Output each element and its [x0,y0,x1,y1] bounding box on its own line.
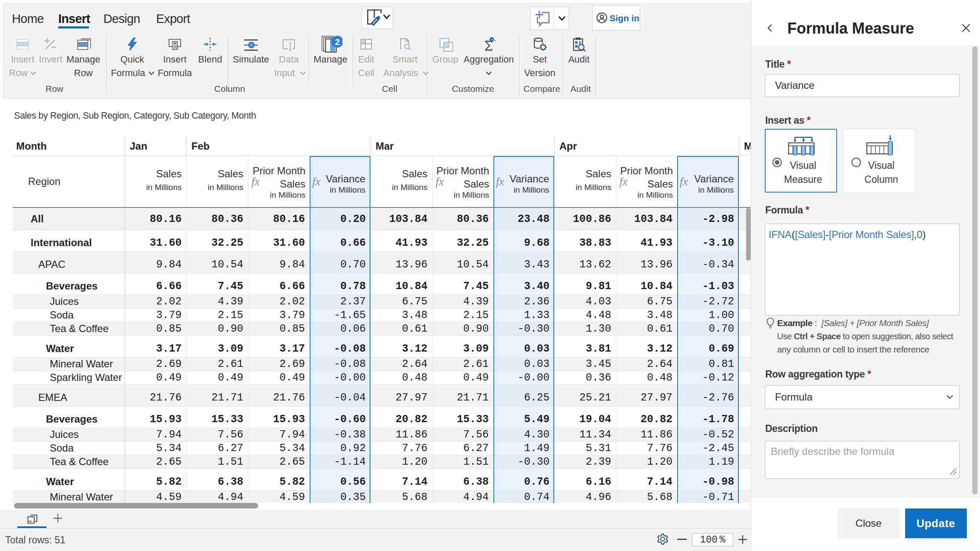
svg-text:2: 2 [335,37,340,47]
